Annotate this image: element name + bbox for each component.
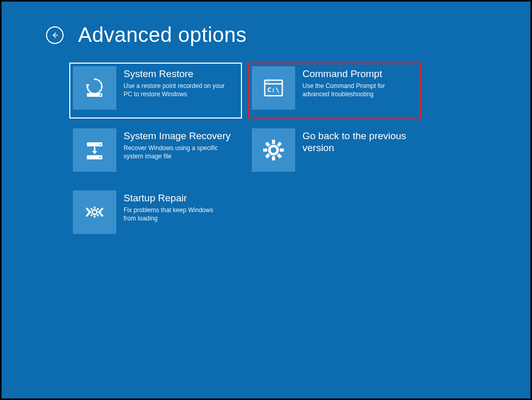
back-button[interactable] [46,26,64,44]
svg-text:C:\: C:\ [267,86,280,94]
options-grid: System Restore Use a restore point recor… [2,47,530,239]
tile-description: Use the Command Prompt for advanced trou… [302,82,406,98]
tile-title: Command Prompt [302,68,406,80]
tile-title: Startup Repair [124,192,227,204]
svg-point-6 [266,82,267,83]
svg-rect-24 [94,207,95,209]
svg-point-23 [93,210,97,215]
tile-description: Fix problems that keep Windows from load… [124,206,227,223]
tile-title: System Image Recovery [124,130,231,142]
svg-rect-25 [94,216,95,218]
svg-rect-31 [97,214,99,217]
svg-rect-26 [89,211,92,213]
tile-description: Recover Windows using a specific system … [124,144,227,160]
svg-point-3 [100,94,101,96]
svg-marker-1 [86,84,89,87]
svg-rect-28 [97,208,99,210]
tile-text: System Image Recovery Recover Windows us… [124,128,231,160]
system-restore-icon [73,66,116,110]
header: Advanced options [2,2,530,47]
tile-text: Startup Repair Fix problems that keep Wi… [124,190,227,223]
tile-title: System Restore [124,68,227,80]
svg-rect-19 [277,142,282,147]
svg-point-13 [100,157,101,158]
svg-rect-16 [272,156,275,160]
svg-marker-11 [92,151,97,154]
svg-point-10 [100,144,101,145]
tile-text: Command Prompt Use the Command Prompt fo… [302,66,406,98]
svg-rect-17 [263,149,267,152]
svg-rect-27 [98,211,100,213]
option-command-prompt[interactable]: C:\ Command Prompt Use the Command Promp… [248,63,421,118]
tile-description: Use a restore point recorded on your PC … [124,82,227,98]
svg-rect-29 [90,214,93,217]
svg-point-7 [268,82,269,83]
svg-rect-20 [265,153,270,158]
svg-rect-18 [280,149,284,152]
option-system-restore[interactable]: System Restore Use a restore point recor… [69,63,242,118]
system-image-recovery-icon [73,128,116,172]
option-go-back-previous-version[interactable]: Go back to the previous version [252,128,417,177]
option-startup-repair[interactable]: Startup Repair Fix problems that keep Wi… [73,190,238,239]
command-prompt-icon: C:\ [252,66,295,110]
svg-rect-30 [90,208,93,210]
svg-point-14 [269,146,278,154]
option-system-image-recovery[interactable]: System Image Recovery Recover Windows us… [73,128,238,177]
svg-rect-15 [272,140,275,144]
tile-text: System Restore Use a restore point recor… [124,66,227,98]
svg-rect-22 [277,153,282,158]
startup-repair-icon [73,190,116,234]
arrow-left-icon [50,31,59,40]
gear-icon [252,128,295,172]
page-title: Advanced options [78,23,247,47]
svg-rect-21 [265,142,270,147]
tile-title: Go back to the previous version [302,130,417,154]
tile-text: Go back to the previous version [302,128,417,156]
